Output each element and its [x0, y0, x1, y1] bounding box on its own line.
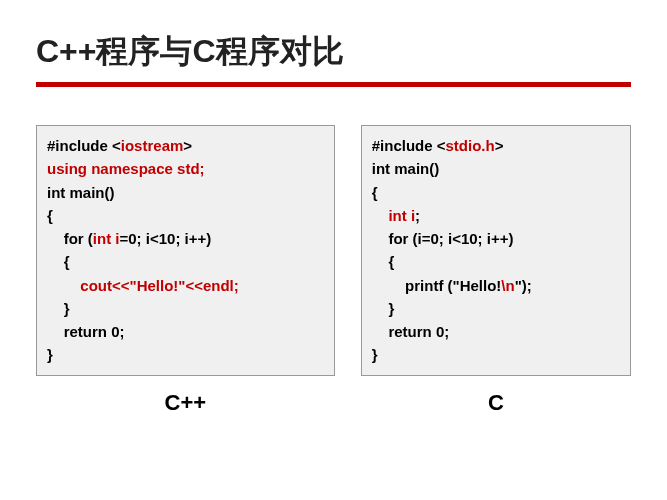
code-token: > — [183, 137, 192, 154]
code-box-cpp: #include <iostream>using namespace std;i… — [36, 125, 335, 376]
code-token: int main() — [372, 160, 440, 177]
code-token: ; — [415, 207, 420, 224]
code-line: { — [372, 181, 620, 204]
right-column: #include <stdio.h>int main(){ int i; for… — [361, 125, 631, 416]
code-token: #include < — [372, 137, 446, 154]
code-line: { — [47, 250, 324, 273]
columns: #include <iostream>using namespace std;i… — [36, 125, 631, 416]
left-column: #include <iostream>using namespace std;i… — [36, 125, 335, 416]
code-token: { — [372, 184, 378, 201]
code-line: return 0; — [372, 320, 620, 343]
code-token: { — [47, 207, 53, 224]
label-c: C — [361, 390, 631, 416]
code-line: int i; — [372, 204, 620, 227]
code-token: int main() — [47, 184, 115, 201]
slide-title: C++程序与C程序对比 — [36, 30, 631, 74]
code-line: { — [372, 250, 620, 273]
code-line: int main() — [47, 181, 324, 204]
code-token: } — [372, 346, 378, 363]
code-line: } — [372, 343, 620, 366]
code-line: #include <iostream> — [47, 134, 324, 157]
label-cpp: C++ — [36, 390, 335, 416]
code-line: for (int i=0; i<10; i++) — [47, 227, 324, 250]
code-line: { — [47, 204, 324, 227]
code-token: stdio.h — [446, 137, 495, 154]
code-token: } — [64, 300, 70, 317]
code-line: cout<<"Hello!"<<endl; — [47, 274, 324, 297]
code-line: } — [372, 297, 620, 320]
code-token: return 0; — [388, 323, 449, 340]
code-token: #include < — [47, 137, 121, 154]
code-token: "); — [515, 277, 532, 294]
code-line: } — [47, 297, 324, 320]
code-token: for (i=0; i<10; i++) — [388, 230, 513, 247]
code-token: return 0; — [64, 323, 125, 340]
code-token: { — [64, 253, 70, 270]
code-token: int i — [388, 207, 415, 224]
slide: C++程序与C程序对比 #include <iostream>using nam… — [0, 0, 667, 500]
code-line: } — [47, 343, 324, 366]
code-line: using namespace std; — [47, 157, 324, 180]
title-rule — [36, 82, 631, 87]
code-box-c: #include <stdio.h>int main(){ int i; for… — [361, 125, 631, 376]
code-token: { — [388, 253, 394, 270]
code-token: for ( — [64, 230, 93, 247]
code-token: printf ("Hello! — [405, 277, 501, 294]
code-token: } — [47, 346, 53, 363]
code-line: return 0; — [47, 320, 324, 343]
code-token: > — [495, 137, 504, 154]
code-line: #include <stdio.h> — [372, 134, 620, 157]
code-token: iostream — [121, 137, 184, 154]
code-line: for (i=0; i<10; i++) — [372, 227, 620, 250]
code-line: printf ("Hello!\n"); — [372, 274, 620, 297]
code-token: =0; i<10; i++) — [120, 230, 212, 247]
code-token: \n — [501, 277, 514, 294]
code-token: using namespace std; — [47, 160, 205, 177]
code-token: } — [388, 300, 394, 317]
code-token: cout<<"Hello!"<<endl; — [80, 277, 238, 294]
code-token: int i — [93, 230, 120, 247]
code-line: int main() — [372, 157, 620, 180]
